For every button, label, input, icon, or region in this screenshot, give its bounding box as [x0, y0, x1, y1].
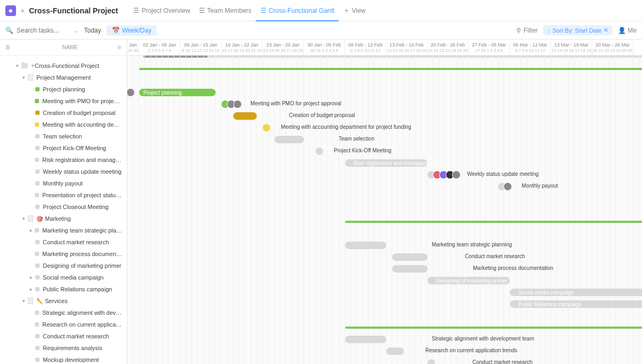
gantt-bar[interactable]: Risk registration and management — [345, 159, 427, 167]
tree-row[interactable]: ▾Project Management — [0, 72, 127, 83]
gantt-bar[interactable] — [427, 359, 435, 364]
tree-row[interactable]: ▸Public Relations campaign — [0, 283, 127, 295]
me-filter-button[interactable]: 👤 Me — [618, 27, 637, 34]
list-icon: ☰ — [260, 7, 266, 14]
caret-icon[interactable]: ▸ — [30, 228, 35, 233]
gantt-bar[interactable] — [498, 183, 506, 190]
tree-row[interactable]: Research on current application ... — [0, 319, 127, 330]
tree-row[interactable]: Monthly payout — [0, 177, 127, 189]
tree-row[interactable]: ▾✏️Services — [0, 295, 127, 307]
avatar[interactable] — [127, 88, 135, 97]
add-project-icon[interactable]: + — [20, 6, 25, 15]
gantt-bar[interactable] — [345, 242, 386, 249]
tree-row[interactable]: ▸Social media campaign — [0, 272, 127, 283]
tree-row[interactable]: Weekly status update meeting — [0, 166, 127, 177]
tree-row[interactable]: Conduct market research — [0, 330, 127, 342]
gantt-bar[interactable] — [345, 221, 642, 223]
plus-icon: + — [343, 7, 349, 14]
gantt-bar[interactable]: Public Relations campaign — [510, 300, 642, 308]
avatar[interactable] — [503, 182, 512, 191]
search-chevron-icon[interactable]: ⌄ — [73, 27, 79, 34]
project-title[interactable]: Cross-Functional Project — [29, 6, 118, 15]
collapse-sidebar-icon[interactable]: ☰ — [5, 44, 10, 50]
tree-row[interactable]: Requirements analysis — [0, 342, 127, 354]
timeline-week-col: 16 Jan - 22 Jan16171819202122 — [221, 40, 263, 55]
caret-icon[interactable]: ▸ — [30, 275, 35, 280]
search-input[interactable] — [17, 27, 70, 34]
tree-row[interactable]: Risk registration and management — [0, 154, 127, 166]
task-tree: ▾+ Cross-Functional Project▾Project Mana… — [0, 56, 127, 364]
gantt-row: Research on current application trends — [127, 345, 642, 357]
tree-row[interactable]: Creation of budget proposal — [0, 107, 127, 119]
tree-row[interactable]: ▸Marketing team strategic planning — [0, 224, 127, 236]
status-dot — [35, 358, 40, 362]
gantt-bar[interactable] — [345, 336, 386, 343]
tree-label: Marketing — [45, 215, 71, 222]
gantt-row: Monthly payout — [127, 181, 642, 192]
tree-row[interactable]: Designing of marketing primer — [0, 260, 127, 272]
tab-team-members[interactable]: ☰Team Members — [194, 0, 256, 21]
timeline-week-col: 06 Feb - 12 Feb6789101112 — [345, 40, 386, 55]
tree-row[interactable]: Team selection — [0, 130, 127, 142]
avatar[interactable] — [452, 171, 461, 179]
tree-row[interactable]: Strategic alignment with develop... — [0, 307, 127, 319]
tree-row[interactable]: Conduct market research — [0, 236, 127, 248]
weekday-toggle[interactable]: 📅 Week/Day — [106, 25, 157, 36]
list-icon: ☰ — [133, 7, 140, 14]
caret-icon[interactable]: ▾ — [22, 298, 28, 304]
gantt-body[interactable]: Project planningMeeting with PMO for pro… — [127, 56, 642, 364]
avatar[interactable] — [233, 100, 242, 109]
gantt-bar[interactable] — [427, 171, 435, 179]
add-task-icon[interactable]: + — [31, 62, 35, 69]
tree-row[interactable]: Mockup development — [0, 354, 127, 364]
gantt-bar[interactable]: Social media campaign — [510, 289, 642, 296]
gantt-row: Strategic alignment with development tea… — [127, 334, 642, 345]
bar-label: Strategic alignment with development tea… — [432, 336, 534, 342]
tree-row[interactable]: Presentation of project status re... — [0, 189, 127, 201]
tree-row[interactable]: Marketing process documentation — [0, 248, 127, 260]
tree-row[interactable]: Meeting with PMO for project a... — [0, 95, 127, 107]
gantt-bar[interactable] — [392, 265, 427, 273]
gantt-bar[interactable]: Project planning — [139, 89, 216, 96]
bar-label: Monthly payout — [522, 183, 558, 189]
gantt-bar[interactable] — [345, 327, 642, 329]
gantt-row — [127, 216, 642, 228]
gantt-bar[interactable] — [316, 148, 323, 155]
caret-icon[interactable]: ▾ — [16, 63, 21, 68]
tree-row[interactable]: Meeting with accounting depart... — [0, 119, 127, 130]
sortby-button[interactable]: ↓ Sort By: Start Date ✕ — [543, 25, 613, 35]
timeline-week-col: 13 Mar - 19 Mar13141516171819 — [551, 40, 592, 55]
tree-row[interactable]: ▾🎯Marketing — [0, 213, 127, 224]
gantt-bar[interactable] — [386, 347, 404, 355]
status-dot — [35, 169, 40, 174]
tab-project-overview[interactable]: ☰Project Overview — [129, 0, 195, 21]
top-navigation: ◆ + Cross-Functional Project ☰Project Ov… — [0, 0, 642, 21]
gantt-row — [127, 322, 642, 334]
gantt-bar[interactable] — [392, 253, 427, 261]
timeline-week-col: 27 Feb - 05 Mar272812345 — [469, 40, 510, 55]
caret-icon[interactable]: ▾ — [22, 75, 28, 80]
bar-label: Research on current application trends — [425, 347, 517, 353]
tab-cross-functional-gantt[interactable]: ☰Cross-Functional Gantt — [256, 0, 339, 21]
status-dot — [35, 87, 40, 91]
gantt-bar[interactable] — [274, 136, 304, 143]
caret-icon[interactable]: ▾ — [22, 216, 28, 221]
gantt-bar[interactable] — [221, 100, 229, 108]
gantt-row: Marketing team strategic planning — [127, 239, 642, 251]
tree-row[interactable]: ▾+ Cross-Functional Project — [0, 60, 127, 72]
tree-row[interactable]: Project Closeout Meeting — [0, 201, 127, 213]
gantt-bar[interactable] — [139, 68, 642, 70]
gantt-bar[interactable] — [233, 112, 257, 120]
gantt-bar[interactable]: Designing of marketing primer — [427, 277, 510, 284]
filter-button[interactable]: ⚲ Filter — [516, 27, 538, 34]
tree-row[interactable]: Project planning — [0, 83, 127, 95]
gantt-bar[interactable] — [263, 124, 270, 131]
pencil-icon: ✏️ — [36, 298, 43, 304]
tree-row[interactable]: Project Kick-Off Meeting — [0, 142, 127, 154]
add-column-icon[interactable]: ⊕ — [117, 44, 121, 50]
caret-icon[interactable]: ▸ — [30, 286, 35, 292]
sortby-clear-icon[interactable]: ✕ — [603, 27, 608, 34]
today-button[interactable]: Today — [84, 27, 101, 34]
gantt-chart[interactable]: Jan293002 Jan - 08 Jan234567809 Jan - 15… — [127, 40, 642, 364]
add-view-tab[interactable]: +View — [339, 0, 370, 21]
